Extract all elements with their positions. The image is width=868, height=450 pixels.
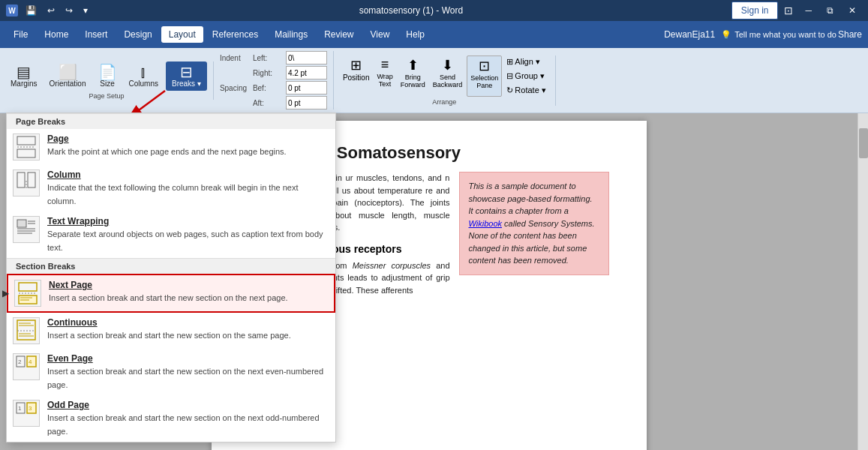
next-page-icon <box>14 280 41 307</box>
save-quick-btn[interactable]: 💾 <box>23 4 40 17</box>
section-breaks-header: Section Breaks <box>7 258 335 274</box>
svg-rect-12 <box>19 283 37 291</box>
svg-rect-0 <box>17 136 35 145</box>
sidebar-note: This is a sample document to showcase pa… <box>459 172 609 275</box>
odd-page-icon: 1 3 <box>13 400 40 427</box>
position-icon: ⊞ <box>350 57 362 74</box>
menu-review[interactable]: Review <box>317 26 361 43</box>
menu-references[interactable]: References <box>205 26 266 43</box>
title-bar-title: somatosensory (1) - Word <box>91 5 731 16</box>
arrange-controls: ⊞ Position ≡ WrapText ⬆ BringForward ⬇ S… <box>340 56 549 97</box>
menu-layout[interactable]: Layout <box>161 26 203 43</box>
share-button[interactable]: Share <box>838 29 862 40</box>
indent-right-row: Right: <box>220 66 327 80</box>
vertical-scrollbar[interactable] <box>857 113 868 450</box>
view-icon: ⊡ <box>784 4 793 16</box>
wrap-text-button[interactable]: ≡ WrapText <box>374 56 395 97</box>
bring-forward-button[interactable]: ⬆ BringForward <box>398 56 428 97</box>
menu-bar: File Home Insert Design Layout Reference… <box>0 21 868 48</box>
wikibook-link[interactable]: Wikibook <box>469 219 503 228</box>
ribbon: ▤ Margins ⬜ Orientation 📄 Size ⫿ Columns <box>0 48 868 113</box>
svg-rect-4 <box>28 172 35 188</box>
page-setup-group: ▤ Margins ⬜ Orientation 📄 Size ⫿ Columns <box>6 62 214 100</box>
orientation-icon: ⬜ <box>59 64 77 80</box>
next-page-text: Next Page Insert a section break and sta… <box>49 280 328 304</box>
menu-insert[interactable]: Insert <box>77 26 115 43</box>
align-button[interactable]: ⊞ Align ▾ <box>503 56 548 68</box>
menu-mailings[interactable]: Mailings <box>267 26 315 43</box>
indent-group: Indent Left: Right: Spacing Bef: Aft: <box>220 51 334 110</box>
dd-item-column[interactable]: Column Indicate that the text following … <box>7 165 335 212</box>
menu-design[interactable]: Design <box>116 26 159 43</box>
indent-right-input[interactable] <box>286 66 327 80</box>
columns-button[interactable]: ⫿ Columns <box>125 63 163 89</box>
spacing-after-input[interactable] <box>286 96 327 110</box>
quick-access-toolbar: 💾 ↩ ↪ ▾ <box>23 4 91 17</box>
svg-text:3: 3 <box>29 405 32 412</box>
send-backward-button[interactable]: ⬇ SendBackward <box>430 56 466 97</box>
user-name: DewanEja11 <box>664 29 715 40</box>
restore-button[interactable]: ⧉ <box>821 4 839 17</box>
close-button[interactable]: ✕ <box>842 4 862 17</box>
selection-pane-button[interactable]: ⊡ SelectionPane <box>467 56 502 97</box>
even-page-text: Even Page Insert a section break and sta… <box>47 353 329 391</box>
minimize-button[interactable]: ─ <box>799 4 818 17</box>
size-button[interactable]: 📄 Size <box>94 63 122 89</box>
indent-right-label: Right: <box>253 69 283 77</box>
bring-forward-icon: ⬆ <box>407 57 419 74</box>
continuous-text: Continuous Insert a section break and st… <box>47 317 329 341</box>
title-bar: W 💾 ↩ ↪ ▾ somatosensory (1) - Word Sign … <box>0 0 868 21</box>
breaks-button[interactable]: ⊟ Breaks ▾ <box>166 62 207 91</box>
column-break-icon <box>13 170 40 196</box>
ribbon-row: ▤ Margins ⬜ Orientation 📄 Size ⫿ Columns <box>6 51 862 112</box>
signin-button[interactable]: Sign in <box>731 2 779 20</box>
indent-left-input[interactable] <box>286 51 327 64</box>
margins-button[interactable]: ▤ Margins <box>6 63 42 89</box>
indent-left-row: Indent Left: <box>220 51 327 64</box>
spacing-before-row: Spacing Bef: <box>220 81 327 94</box>
rotate-icon: ↻ <box>506 86 513 95</box>
orientation-button[interactable]: ⬜ Orientation <box>45 63 91 89</box>
spacing-before-input[interactable] <box>286 81 327 94</box>
position-button[interactable]: ⊞ Position <box>340 56 373 97</box>
dd-item-text-wrapping[interactable]: Text Wrapping Separate text around objec… <box>7 212 335 258</box>
dd-item-even-page[interactable]: 2 4 Even Page Insert a section break and… <box>7 349 335 395</box>
page-break-text: Page Mark the point at which one page en… <box>47 134 329 158</box>
title-bar-left: W 💾 ↩ ↪ ▾ <box>6 4 91 17</box>
dd-item-continuous[interactable]: Continuous Insert a section break and st… <box>7 313 335 349</box>
menu-home[interactable]: Home <box>37 26 76 43</box>
svg-rect-2 <box>17 149 35 158</box>
arrange-group: ⊞ Position ≡ WrapText ⬆ BringForward ⬇ S… <box>340 56 556 106</box>
continuous-icon <box>13 317 40 344</box>
scrollbar-thumb[interactable] <box>859 128 868 158</box>
indent-spacing-controls: Indent Left: Right: Spacing Bef: Aft: <box>220 51 327 110</box>
menu-file[interactable]: File <box>6 26 35 43</box>
customize-quick-btn[interactable]: ▾ <box>80 4 91 17</box>
rotate-button[interactable]: ↻ Rotate ▾ <box>503 84 548 97</box>
send-backward-icon: ⬇ <box>442 57 453 74</box>
align-icon: ⊞ <box>506 57 513 67</box>
signin-area: Sign in ⊡ <box>731 2 797 20</box>
menu-help[interactable]: Help <box>398 26 432 43</box>
column-break-text: Column Indicate that the text following … <box>47 170 329 207</box>
indent-label: Indent <box>220 54 250 62</box>
wrap-text-icon: ≡ <box>381 57 389 73</box>
dd-item-odd-page[interactable]: 1 3 Odd Page Insert a section break and … <box>7 395 335 442</box>
selection-pane-icon: ⊡ <box>479 58 490 74</box>
redo-quick-btn[interactable]: ↪ <box>62 4 76 17</box>
columns-icon: ⫿ <box>140 64 147 80</box>
selected-arrow: ▶ <box>2 288 9 298</box>
spacing-after-row: Aft: <box>220 96 327 110</box>
spacing-before-label: Bef: <box>253 84 283 92</box>
page-setup-controls: ▤ Margins ⬜ Orientation 📄 Size ⫿ Columns <box>6 62 207 91</box>
dd-item-next-page[interactable]: ▶ Next Page Insert a section break and s… <box>7 274 335 313</box>
svg-text:4: 4 <box>29 358 32 365</box>
page-break-icon <box>13 134 40 160</box>
undo-quick-btn[interactable]: ↩ <box>44 4 58 17</box>
text-wrapping-icon <box>13 216 40 243</box>
tell-me-button[interactable]: 💡 Tell me what you want to do <box>721 30 836 40</box>
group-button[interactable]: ⊟ Group ▾ <box>503 70 548 82</box>
menu-view[interactable]: View <box>363 26 398 43</box>
dd-item-page[interactable]: Page Mark the point at which one page en… <box>7 129 335 165</box>
breaks-dropdown: Page Breaks Page Mark the point at which… <box>6 112 336 442</box>
